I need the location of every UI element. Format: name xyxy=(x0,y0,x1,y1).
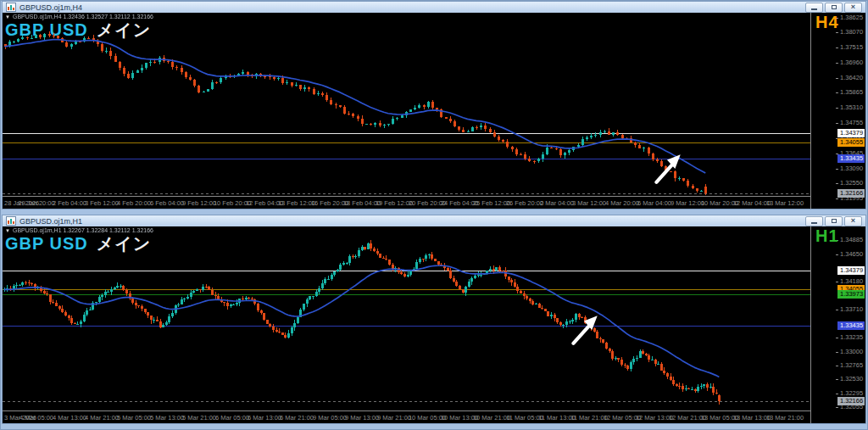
ohlc-readout-text: GBPUSD.oj1m,H1 1.32267 1.32284 1.32112 1… xyxy=(13,227,153,233)
x-axis-label: 6 Mar 05:00 xyxy=(215,414,249,422)
restore-button[interactable] xyxy=(825,3,843,13)
x-axis-label: 5 Mar 13:00 xyxy=(150,414,184,422)
price-chart-canvas[interactable] xyxy=(3,13,811,197)
x-axis-label: 2 Mar 04:00 xyxy=(540,199,574,207)
minimize-button[interactable] xyxy=(805,216,823,226)
price-level-label: 1.33973 xyxy=(837,290,865,299)
y-axis-tick: 1.32530 xyxy=(840,376,863,383)
x-axis-label: 19 Feb 12:00 xyxy=(376,199,413,207)
y-axis-tick: 1.32295 xyxy=(840,390,863,397)
window-titlebar[interactable]: GBPUSD.oj1m,H1 × xyxy=(3,215,865,226)
x-axis-label: 13 Mar 12:00 xyxy=(766,199,804,207)
x-axis-label: 4 Mar 05:00 xyxy=(19,414,53,422)
x-axis-label: 26 Feb 20:00 xyxy=(506,199,543,207)
x-axis-label: 4 Mar 13:00 xyxy=(53,414,86,422)
symbol-dropdown-icon[interactable]: ▼ xyxy=(5,228,10,233)
x-axis-label: 11 Mar 21:00 xyxy=(570,414,608,422)
y-axis-tick: 1.35865 xyxy=(840,89,863,96)
price-level-label: 1.34379 xyxy=(837,266,865,275)
timeframe-badge: H4 xyxy=(815,13,839,32)
x-axis-label: 25 Feb 12:00 xyxy=(473,199,510,207)
x-axis-label: 13 Mar 21:00 xyxy=(766,414,804,422)
window-title: GBPUSD.oj1m,H1 xyxy=(19,217,82,226)
y-axis-tick: 1.33235 xyxy=(840,334,863,341)
y-axis-tick: 1.33000 xyxy=(840,349,863,355)
price-level-label: 1.34055 xyxy=(837,138,865,147)
x-axis-label: 10 Mar 21:00 xyxy=(473,414,510,422)
price-level-label: 1.32166 xyxy=(837,189,865,198)
price-level-label: 1.33435 xyxy=(837,321,865,330)
x-axis-label: 6 Mar 04:00 xyxy=(637,199,671,207)
y-axis-tick: 1.35310 xyxy=(840,104,863,111)
time-axis[interactable]: 3 Mar 20264 Mar 05:004 Mar 13:004 Mar 21… xyxy=(3,410,811,423)
minimize-button[interactable] xyxy=(805,3,823,13)
x-axis-label: 4 Mar 21:00 xyxy=(85,414,119,422)
x-axis-label: 5 Mar 21:00 xyxy=(182,414,216,422)
x-axis-label: 6 Feb 04:00 xyxy=(150,199,184,207)
candlestick-plot[interactable]: GBP USDメイン ▼ GBPUSD.oj1m,H4 1.32436 1.32… xyxy=(3,13,811,197)
x-axis-label: 4 Mar 20:00 xyxy=(605,199,639,207)
y-axis-tick: 1.32765 xyxy=(840,362,863,369)
y-axis-tick: 1.33710 xyxy=(840,306,863,313)
y-axis-tick: 1.33090 xyxy=(840,165,863,172)
window-frame-bottom xyxy=(0,424,868,430)
price-axis[interactable]: H1 1.348851.346501.341801.337101.332351.… xyxy=(810,226,865,423)
ohlc-readout-text: GBPUSD.oj1m,H4 1.32436 1.32527 1.32112 1… xyxy=(13,14,153,20)
symbol-dropdown-icon[interactable]: ▼ xyxy=(5,14,10,20)
x-axis-label: 12 Mar 13:00 xyxy=(636,414,673,422)
price-level-label: 1.32166 xyxy=(837,397,865,405)
y-axis-tick: 1.34885 xyxy=(840,237,863,243)
price-chart-canvas[interactable] xyxy=(3,226,811,411)
up-arrow-annotation xyxy=(567,311,603,347)
chart-window-icon xyxy=(6,3,16,12)
window-controls: × xyxy=(805,216,862,226)
y-axis-tick: 1.37515 xyxy=(840,44,863,51)
chart-window-h4: GBPUSD.oj1m,H4 × GBP USDメイン ▼ GBPUSD.oj1… xyxy=(2,1,866,209)
timeframe-badge: H1 xyxy=(815,226,839,246)
x-axis-label: 12 Mar 04:00 xyxy=(733,199,771,207)
window-title: GBPUSD.oj1m,H4 xyxy=(19,3,82,12)
y-axis-tick: 1.34755 xyxy=(840,120,863,126)
restore-button[interactable] xyxy=(825,216,843,226)
x-axis-label: 6 Mar 13:00 xyxy=(248,414,281,422)
y-axis-tick: 1.36420 xyxy=(840,75,863,81)
close-button[interactable]: × xyxy=(844,216,862,226)
window-controls: × xyxy=(805,3,862,13)
chart-window-h1: GBPUSD.oj1m,H1 × GBP USDメイン ▼ GBPUSD.oj1… xyxy=(2,215,866,424)
up-arrow-annotation xyxy=(650,150,686,186)
y-axis-tick: 1.38070 xyxy=(840,29,863,36)
x-axis-label: 9 Mar 21:00 xyxy=(377,414,411,422)
y-axis-tick: 1.32550 xyxy=(840,180,863,187)
y-axis-tick: 1.36960 xyxy=(840,59,863,66)
y-axis-tick: 1.38625 xyxy=(840,14,863,21)
chart-window-icon xyxy=(6,216,16,226)
x-axis-label: 5 Mar 05:00 xyxy=(117,414,151,422)
x-axis-label: 3 Mar 12:00 xyxy=(572,199,606,207)
window-titlebar[interactable]: GBPUSD.oj1m,H4 × xyxy=(3,2,865,13)
ohlc-readout: ▼ GBPUSD.oj1m,H4 1.32436 1.32527 1.32112… xyxy=(5,14,153,20)
x-axis-label: 13 Mar 13:00 xyxy=(733,414,771,422)
chart-area-h4: GBP USDメイン ▼ GBPUSD.oj1m,H4 1.32436 1.32… xyxy=(3,13,865,209)
candlestick-plot[interactable]: GBP USDメイン ▼ GBPUSD.oj1m,H1 1.32267 1.32… xyxy=(3,226,811,411)
price-level-label: 1.34379 xyxy=(837,129,865,137)
x-axis-label: 2 Feb 04:00 xyxy=(53,199,86,207)
x-axis-label: 3 Feb 12:00 xyxy=(85,199,119,207)
x-axis-label: 13 Feb 12:00 xyxy=(278,199,315,207)
price-axis[interactable]: H4 1.386251.380701.375151.369601.364201.… xyxy=(810,13,865,209)
x-axis-label: 6 Mar 21:00 xyxy=(280,414,314,422)
x-axis-label: 9 Mar 05:00 xyxy=(313,414,347,422)
price-level-label: 1.33435 xyxy=(837,154,865,163)
time-axis[interactable]: 28 Jan 202629 Jan 20:002 Feb 04:003 Feb … xyxy=(3,196,811,209)
x-axis-label: 9 Feb 12:00 xyxy=(182,199,216,207)
x-axis-label: 9 Mar 12:00 xyxy=(670,199,704,207)
x-axis-label: 4 Feb 20:00 xyxy=(117,199,151,207)
close-button[interactable]: × xyxy=(844,3,862,13)
x-axis-label: 29 Jan 20:00 xyxy=(18,199,54,207)
x-axis-label: 9 Mar 13:00 xyxy=(345,414,379,422)
chart-area-h1: GBP USDメイン ▼ GBPUSD.oj1m,H1 1.32267 1.32… xyxy=(3,226,865,423)
y-axis-tick: 1.34650 xyxy=(840,251,863,258)
ohlc-readout: ▼ GBPUSD.oj1m,H1 1.32267 1.32284 1.32112… xyxy=(5,227,153,233)
